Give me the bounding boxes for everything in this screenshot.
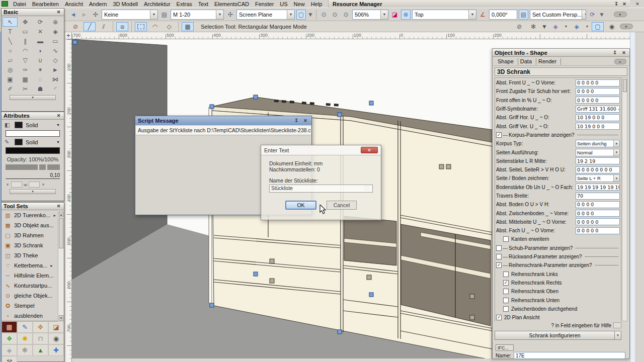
- toolset-item-ausblenden[interactable]: ▫ausblenden: [2, 311, 58, 321]
- offset-tool[interactable]: ▦: [18, 74, 33, 84]
- zoom-tool[interactable]: ⊕: [48, 17, 63, 27]
- eyedropper-tool[interactable]: ✑: [18, 65, 33, 74]
- clip-tool[interactable]: ▣: [3, 74, 18, 84]
- field-select[interactable]: Seite L + R▼: [576, 174, 620, 182]
- zoom-in-icon[interactable]: ⊙: [319, 10, 329, 20]
- toolset-item-3d-theke[interactable]: ◫3D Theke: [2, 250, 58, 260]
- panel-overflow-button[interactable]: ►: [614, 59, 626, 64]
- chevron-down-icon[interactable]: ▼: [613, 175, 619, 182]
- checked-checkbox[interactable]: ✓: [496, 315, 502, 320]
- camera-toolset[interactable]: ◉: [48, 333, 64, 344]
- layer-stack-icon[interactable]: ▤: [159, 10, 169, 20]
- zoom-marquee-icon[interactable]: ⊙: [330, 10, 340, 20]
- field-input[interactable]: 0 0 0 0: [576, 210, 620, 217]
- field-input[interactable]: 0 0 0 0 0: [576, 218, 620, 225]
- polygon-marquee-icon[interactable]: ◇: [163, 22, 175, 31]
- chevron-down-icon[interactable]: ▼: [287, 10, 294, 19]
- pan-tool[interactable]: ✥: [18, 17, 33, 27]
- light-toolset[interactable]: ✺: [17, 333, 33, 344]
- split-tool[interactable]: ✂: [18, 84, 33, 94]
- rectangular-marquee-icon[interactable]: [135, 22, 147, 31]
- toolset-item-3d-rahmen[interactable]: ▢3D Rahmen: [2, 230, 58, 240]
- render-toolset[interactable]: ❖: [2, 333, 17, 344]
- delete-tool[interactable]: ✕: [33, 27, 48, 36]
- field-input[interactable]: 0 0 0 0: [576, 88, 620, 95]
- dims-toolset[interactable]: ◈: [2, 344, 17, 356]
- toolset-item-ketterbema-[interactable]: ∵Ketterbema...►: [2, 260, 58, 270]
- checked-checkbox[interactable]: ✓: [496, 262, 502, 268]
- layer-scale-select[interactable]: M 1-20▼: [171, 10, 224, 20]
- move-by-points-icon[interactable]: ⧈: [116, 22, 128, 31]
- pen-color-swatch[interactable]: [15, 139, 23, 145]
- menu-item-andern[interactable]: Andern: [86, 1, 110, 7]
- chevron-down-icon[interactable]: ▼: [615, 331, 621, 340]
- field-input[interactable]: Griff 131 31.600 -: [576, 106, 620, 113]
- extrude-tool[interactable]: ◈: [48, 27, 63, 36]
- double-line-tool[interactable]: ∥: [18, 36, 33, 46]
- class-options-icon[interactable]: ✣: [91, 10, 100, 20]
- no-snap-icon[interactable]: ⊘: [69, 22, 82, 31]
- rotate-view-tool[interactable]: ⟳: [33, 17, 48, 27]
- unchecked-checkbox[interactable]: [503, 289, 509, 294]
- stamp-tool[interactable]: ☗: [33, 84, 48, 94]
- menu-item-architektur[interactable]: Architektur: [141, 1, 174, 7]
- spline-tool[interactable]: ∪: [33, 55, 48, 65]
- fill-style-select[interactable]: Solid▼: [26, 122, 61, 128]
- page-icon[interactable]: ▢: [592, 22, 604, 31]
- zoom-out-icon[interactable]: ⊙: [341, 10, 351, 20]
- field-input[interactable]: 19 19 19 19 19 19: [576, 184, 620, 191]
- close-icon[interactable]: ✕: [55, 113, 62, 119]
- configure-cabinet-button[interactable]: Schrank konfigurieren: [495, 331, 615, 340]
- piping-toolset[interactable]: ✚: [48, 344, 64, 356]
- stueckliste-name-input[interactable]: Stückliste: [269, 185, 373, 193]
- chevron-down-icon[interactable]: ▼: [613, 140, 619, 147]
- chevron-down-icon[interactable]: ▼: [613, 149, 619, 156]
- field-input[interactable]: 0 0 0 0 0: [576, 227, 620, 234]
- tab-shape[interactable]: Shape: [496, 58, 518, 65]
- rotation-angle-input[interactable]: 0,000°: [489, 10, 517, 20]
- close-icon[interactable]: ✕: [55, 203, 62, 209]
- chevron-down-icon[interactable]: ▼: [582, 10, 586, 19]
- chevron-down-icon[interactable]: ▼: [6, 183, 10, 187]
- terrain-toolset[interactable]: ▲: [33, 344, 48, 356]
- palette-expander-button[interactable]: ▼: [10, 189, 56, 194]
- scroll-down-icon[interactable]: ▼: [59, 315, 63, 321]
- polygon-tool[interactable]: ▱: [3, 55, 18, 65]
- checked-checkbox[interactable]: ✓: [503, 280, 509, 286]
- ellipse-tool[interactable]: ◠: [18, 46, 33, 55]
- furniture-toolset[interactable]: ⊓: [33, 333, 48, 344]
- cancel-button[interactable]: Cancel: [327, 201, 357, 210]
- rounded-rectangle-tool[interactable]: ▭: [48, 36, 63, 46]
- close-icon[interactable]: ✕: [621, 1, 628, 7]
- eye-icon[interactable]: ◉: [606, 22, 618, 31]
- toolsets-scrollbar[interactable]: ▲ ▼: [58, 211, 63, 321]
- circle-tool[interactable]: ○: [3, 46, 18, 55]
- plane-options-icon[interactable]: ✣: [225, 10, 235, 20]
- chevron-down-icon[interactable]: ▼: [41, 183, 45, 187]
- field-select[interactable]: Normal▼: [576, 149, 620, 156]
- close-icon[interactable]: ✕: [55, 9, 62, 15]
- fillet-tool[interactable]: ◜: [48, 84, 63, 94]
- similar-select-tool[interactable]: ►: [48, 65, 63, 74]
- pin-icon[interactable]: ↧: [613, 1, 620, 7]
- table-mode-icon[interactable]: ▦: [182, 22, 194, 31]
- tab-data[interactable]: Data: [518, 58, 536, 65]
- selection-tool[interactable]: ↖: [3, 17, 18, 27]
- perspective-select[interactable]: Set Custom Persp...▼: [530, 10, 586, 20]
- freehand-tool[interactable]: ∿: [48, 46, 63, 55]
- spiral-tool[interactable]: ◎: [3, 65, 18, 74]
- toolset-item-3d-objekt-aus-[interactable]: ▦3D Objekt aus...: [2, 220, 58, 230]
- unchecked-checkbox[interactable]: [503, 306, 509, 312]
- unchecked-checkbox[interactable]: [503, 236, 509, 242]
- view-select[interactable]: Top▼: [412, 10, 476, 20]
- menu-item-help[interactable]: Help: [308, 1, 326, 7]
- menu-item-extras[interactable]: Extras: [174, 1, 195, 7]
- chevron-down-icon[interactable]: ▼: [564, 22, 569, 31]
- ifc-button[interactable]: IFC...: [496, 344, 514, 351]
- line-weight-control[interactable]: 0,10: [6, 172, 60, 179]
- menu-item-ansicht[interactable]: Ansicht: [62, 1, 86, 7]
- back-icon[interactable]: ◄: [68, 10, 78, 20]
- opacity-sliders[interactable]: [6, 164, 60, 170]
- menu-item-3d-modell[interactable]: 3D Modell: [110, 1, 141, 7]
- field-input[interactable]: 0 0 0 0: [576, 201, 620, 208]
